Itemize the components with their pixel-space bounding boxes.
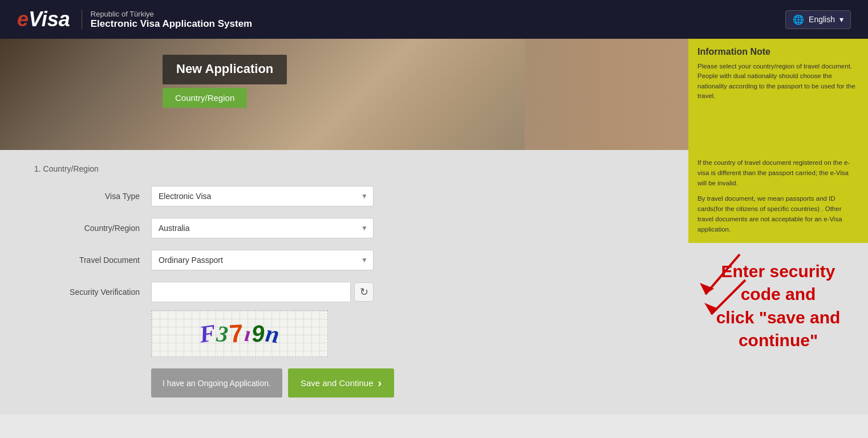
page-body: 1. Country/Region Visa Type Electronic V… — [0, 150, 868, 415]
captcha-text: F 3 7 ı 9 n — [200, 319, 279, 348]
captcha-image: F 3 7 ı 9 n — [151, 310, 328, 357]
system-name-text: Electronic Visa Application System — [91, 18, 252, 30]
tab-label: Country/Region — [175, 93, 234, 103]
header: e Visa Republic of Türkiye Electronic Vi… — [0, 0, 868, 39]
info-note-extended: If the country of travel document regist… — [688, 150, 868, 243]
save-continue-button[interactable]: Save and Continue › — [288, 368, 394, 398]
country-row: Country/Region Australia ▼ — [34, 218, 666, 238]
svg-marker-3 — [704, 303, 718, 314]
info-note-hero: Information Note Please select your coun… — [688, 39, 868, 150]
info-note-p1: Please select your country/region of tra… — [697, 62, 859, 101]
header-title: Republic of Türkiye Electronic Visa Appl… — [82, 10, 252, 30]
annotation-area: Enter security code and click "save and … — [688, 243, 868, 415]
logo: e Visa — [17, 7, 70, 31]
country-control: Australia ▼ — [151, 218, 374, 238]
dropdown-arrow-icon: ▾ — [839, 15, 843, 24]
travel-doc-label: Travel Document — [34, 256, 140, 265]
form-section: 1. Country/Region Visa Type Electronic V… — [0, 150, 688, 415]
visa-type-select[interactable]: Electronic Visa — [151, 186, 374, 206]
language-selector[interactable]: 🌐 English ▾ — [785, 10, 851, 29]
captcha-char-1: F — [198, 319, 217, 348]
new-application-box: New Application — [163, 55, 287, 84]
republic-text: Republic of Türkiye — [91, 10, 252, 18]
travel-doc-row: Travel Document Ordinary Passport ▼ — [34, 250, 666, 270]
right-column: If the country of travel document regist… — [688, 150, 868, 415]
visa-type-control: Electronic Visa ▼ — [151, 186, 374, 206]
captcha-char-3: 7 — [229, 319, 244, 348]
country-select[interactable]: Australia — [151, 218, 374, 238]
security-input[interactable] — [151, 282, 351, 302]
country-region-tab[interactable]: Country/Region — [163, 88, 247, 108]
buttons-row: I have an Ongoing Application. Save and … — [151, 368, 666, 398]
section-title: 1. Country/Region — [34, 164, 666, 173]
security-control: ↻ — [151, 282, 374, 302]
visa-type-row: Visa Type Electronic Visa ▼ — [34, 186, 666, 206]
country-label: Country/Region — [34, 224, 140, 233]
visa-type-label: Visa Type — [34, 192, 140, 201]
svg-marker-1 — [700, 283, 714, 294]
save-continue-arrow-icon: › — [378, 376, 382, 390]
ongoing-application-button[interactable]: I have an Ongoing Application. — [151, 368, 282, 398]
annotation-arrow-graphic — [694, 249, 762, 317]
refresh-captcha-button[interactable]: ↻ — [354, 282, 374, 302]
new-application-title: New Application — [176, 62, 273, 76]
captcha-char-2: 3 — [216, 320, 229, 348]
logo-visa: Visa — [29, 7, 70, 31]
hero-section: New Application Country/Region Informati… — [0, 39, 868, 150]
save-continue-label: Save and Continue — [301, 378, 374, 388]
info-note-title: Information Note — [697, 47, 859, 57]
info-note-p3: By travel document, we mean passports an… — [697, 194, 859, 234]
travel-doc-control: Ordinary Passport ▼ — [151, 250, 374, 270]
captcha-char-6: n — [264, 319, 282, 348]
language-label: English — [809, 15, 835, 24]
captcha-char-5: 9 — [250, 320, 266, 348]
security-row: Security Verification ↻ — [34, 282, 666, 302]
info-note-p2: If the country of travel document regist… — [697, 158, 859, 188]
header-left: e Visa Republic of Türkiye Electronic Vi… — [17, 7, 252, 31]
logo-e: e — [17, 7, 29, 31]
security-label: Security Verification — [34, 287, 140, 297]
travel-doc-select[interactable]: Ordinary Passport — [151, 250, 374, 270]
globe-icon: 🌐 — [793, 14, 804, 25]
